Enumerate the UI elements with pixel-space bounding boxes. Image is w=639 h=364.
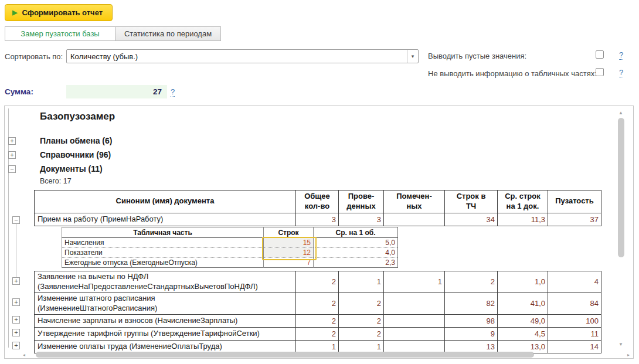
table-row: Начисление зарплаты и взносов (Начислени… [35, 314, 601, 327]
cell-fatness[interactable]: 11 [548, 327, 601, 340]
subheader-avg-per-obj: Ср. на 1 об. [314, 227, 398, 238]
cell-total[interactable]: 2 [296, 292, 339, 314]
cell-name[interactable]: Изменение оплаты труда (ИзменениеОплатыТ… [35, 340, 296, 353]
cell-rows[interactable]: 7 [264, 258, 314, 268]
cell-name[interactable]: Ежегодные отпуска (ЕжегодныеОтпуска) [62, 258, 264, 268]
cell-marked[interactable] [384, 340, 445, 353]
no-tabular-info-checkbox[interactable] [596, 68, 604, 76]
cell-posted[interactable]: 2 [339, 314, 384, 327]
show-empty-values-help-link[interactable]: ? [619, 51, 623, 60]
dropdown-button[interactable]: ▾ [407, 50, 418, 63]
cell-total[interactable]: 2 [296, 314, 339, 327]
sum-label: Сумма: [5, 87, 33, 96]
cell-marked[interactable]: 1 [384, 271, 445, 293]
no-tabular-info-help-link[interactable]: ? [619, 69, 623, 77]
cell-name[interactable]: Заявление на вычеты по НДФЛ (ЗаявлениеНа… [35, 271, 296, 293]
cell-marked[interactable] [384, 327, 445, 340]
cell-avg[interactable]: 41,0 [498, 292, 548, 314]
cell-posted[interactable]: 1 [339, 271, 384, 293]
tab-bar: Замер пузатости базы Статистика по перио… [5, 26, 221, 41]
cell-tab-rows[interactable]: 13 [445, 340, 498, 353]
cell-tab-rows[interactable]: 2 [445, 271, 498, 293]
cell-name[interactable]: Показатели [62, 248, 264, 258]
sum-help-link[interactable]: ? [171, 88, 175, 97]
chevron-down-icon: ▾ [412, 53, 414, 59]
cell-posted[interactable]: 2 [339, 292, 384, 314]
cell-avg[interactable]: 5,0 [314, 238, 398, 248]
documents-table: Синоним (имя) документа Общее кол-во Про… [34, 190, 601, 226]
cell-tab-rows[interactable]: 82 [445, 292, 498, 314]
scroll-up-icon[interactable]: ▲ [618, 110, 623, 115]
tree-expand-icon[interactable]: + [12, 329, 20, 336]
cell-fatness[interactable]: 84 [548, 292, 601, 314]
cell-total[interactable]: 2 [296, 271, 339, 293]
cell-name[interactable]: Начисление зарплаты и взносов (Начислени… [35, 314, 296, 327]
cell-name[interactable]: Утверждение тарифной группы (Утверждение… [35, 327, 296, 340]
cell-avg[interactable]: 1,0 [498, 271, 548, 293]
cell-total[interactable]: 1 [296, 340, 339, 353]
cell-total[interactable]: 2 [296, 327, 339, 340]
documents-total-label: Всего: 17 [40, 177, 72, 185]
cell-name[interactable]: Начисления [62, 238, 264, 248]
header-synonym: Синоним (имя) документа [35, 190, 296, 213]
cell-avg[interactable]: 13,0 [498, 340, 548, 353]
cell-name[interactable]: Прием на работу (ПриемНаРаботу) [35, 213, 296, 226]
tab-label: Статистика по периодам [124, 29, 212, 38]
sum-field[interactable]: 27 [66, 85, 167, 98]
horizontal-scrollbar-thumb[interactable] [36, 352, 534, 358]
scroll-left-icon[interactable]: ◂ [23, 352, 25, 358]
cell-tab-rows[interactable]: 98 [445, 314, 498, 327]
cell-rows[interactable]: 15 [264, 238, 314, 248]
cell-fatness[interactable]: 14 [548, 340, 601, 353]
tree-expand-icon[interactable]: + [8, 137, 16, 145]
report-title: Базопузозамер [40, 111, 115, 123]
generate-report-label: Сформировать отчет [22, 8, 103, 17]
cell-avg[interactable]: 2,3 [314, 258, 398, 268]
cell-tab-rows[interactable]: 34 [445, 213, 498, 226]
header-fatness: Пузатость [548, 190, 601, 213]
cell-avg[interactable]: 4,0 [314, 248, 398, 258]
cell-avg[interactable]: 11,3 [498, 213, 548, 226]
tab-label: Замер пузатости базы [21, 29, 99, 38]
cell-marked[interactable] [384, 314, 445, 327]
tree-expand-icon[interactable]: + [12, 316, 20, 324]
table-row: Изменение штатного расписания (Изменение… [35, 292, 601, 314]
tree-collapse-icon[interactable]: − [8, 165, 16, 173]
generate-report-button[interactable]: ▶ Сформировать отчет [5, 4, 113, 21]
scroll-right-icon[interactable]: ▸ [627, 352, 630, 358]
documents-table-continued: Заявление на вычеты по НДФЛ (ЗаявлениеНа… [34, 271, 601, 353]
cell-name[interactable]: Изменение штатного расписания (Изменение… [35, 292, 296, 314]
table-row: Прием на работу (ПриемНаРаботу) 3 3 34 1… [35, 213, 601, 226]
report-panel: Базопузозамер + Планы обмена (6) + Справ… [4, 106, 634, 359]
tree-expand-icon[interactable]: + [8, 151, 16, 159]
cell-avg[interactable]: 49,0 [498, 314, 548, 327]
vertical-scrollbar-thumb[interactable] [618, 118, 624, 257]
cell-rows[interactable]: 12 [264, 248, 314, 258]
cell-posted[interactable]: 2 [339, 327, 384, 340]
cell-avg[interactable]: 4,5 [498, 327, 548, 340]
cell-marked[interactable] [384, 213, 445, 226]
tree-expand-icon[interactable]: + [12, 277, 20, 285]
cell-total[interactable]: 3 [296, 213, 339, 226]
show-empty-values-checkbox[interactable] [596, 50, 604, 59]
cell-fatness[interactable]: 4 [548, 271, 601, 293]
cell-fatness[interactable]: 37 [548, 213, 601, 226]
tree-expand-icon[interactable]: + [12, 342, 20, 349]
cell-fatness[interactable]: 100 [548, 314, 601, 327]
tab-base-measure[interactable]: Замер пузатости базы [5, 26, 115, 41]
tree-expand-icon[interactable]: + [12, 298, 20, 306]
cell-marked[interactable] [384, 292, 445, 314]
cell-posted[interactable]: 3 [339, 213, 384, 226]
cell-posted[interactable]: 1 [339, 340, 384, 353]
tree-collapse-icon[interactable]: − [12, 216, 20, 224]
tabular-section-table: Табличная часть Строк Ср. на 1 об. Начис… [62, 227, 397, 268]
cell-tab-rows[interactable]: 9 [445, 327, 498, 340]
scroll-down-icon[interactable]: ▼ [618, 342, 623, 347]
sort-by-select[interactable]: Количеству (убыв.) ▾ [66, 49, 419, 63]
group-exchange-plans: Планы обмена (6) [40, 136, 112, 146]
group-catalogs: Справочники (96) [40, 150, 111, 160]
tab-period-stats[interactable]: Статистика по периодам [115, 26, 221, 41]
show-empty-values-label: Выводить пустые значения: [428, 52, 526, 60]
header-rows-in-tables: Строк в ТЧ [445, 190, 498, 213]
table-row: Утверждение тарифной группы (Утверждение… [35, 327, 601, 340]
